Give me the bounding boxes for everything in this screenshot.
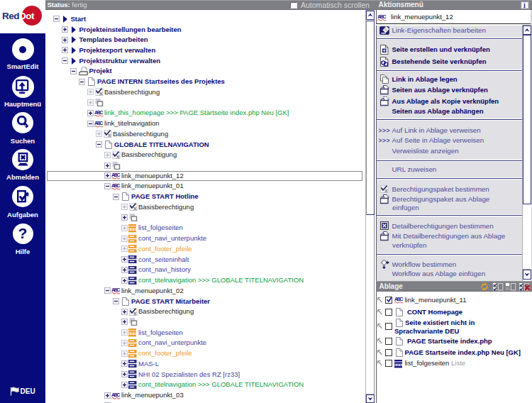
svg-text:ABC: ABC [111,287,121,293]
svg-text:ABC: ABC [111,172,121,178]
svg-text:ABC: ABC [94,120,104,126]
svg-text:ABC: ABC [111,182,121,189]
svg-text:ABC: ABC [394,296,404,302]
svg-text:ABC: ABC [94,109,104,116]
svg-text:ABC: ABC [111,392,121,398]
svg-text:ABC: ABC [377,13,387,20]
